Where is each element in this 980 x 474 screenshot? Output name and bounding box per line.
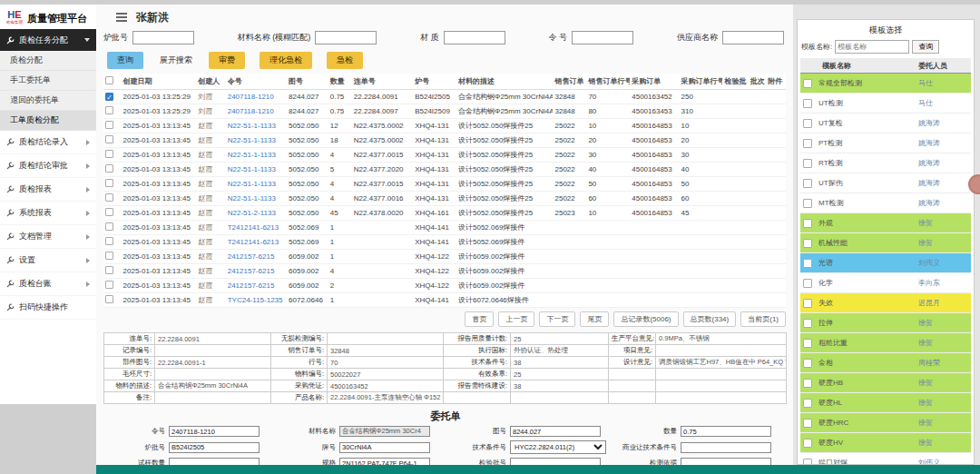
form-input[interactable] — [510, 426, 601, 437]
template-row[interactable]: 机械性能徐贺 — [800, 233, 971, 253]
toolbar-button[interactable]: 理化急检 — [260, 52, 312, 69]
checkbox[interactable] — [803, 319, 812, 328]
template-person[interactable]: 李向东 — [918, 278, 971, 288]
sidebar-item[interactable]: 系统报表 — [0, 202, 96, 225]
order-link[interactable]: T2412141-6213 — [226, 235, 287, 250]
sidebar-group-task-assign[interactable]: 质检任务分配 — [0, 29, 96, 51]
filter-input[interactable] — [572, 31, 633, 44]
sidebar-item[interactable]: 设置 — [0, 249, 96, 272]
template-row[interactable]: UT探伤姚海涛 — [800, 173, 971, 193]
template-row[interactable]: 端口对焊刘伟义 — [800, 453, 971, 465]
template-person[interactable]: 徐贺 — [918, 238, 971, 248]
template-person[interactable]: 刘伟义 — [918, 458, 971, 465]
toolbar-button[interactable]: 展开搜索 — [158, 52, 194, 69]
checkbox[interactable] — [803, 419, 812, 428]
checkbox[interactable] — [105, 281, 113, 289]
order-link[interactable]: N22-51-1-1133 — [226, 133, 287, 148]
order-link[interactable]: N22-51-1-1133 — [226, 177, 287, 192]
checkbox[interactable] — [803, 159, 812, 168]
template-row[interactable]: 硬度HL徐贺 — [800, 393, 971, 413]
checkbox[interactable] — [803, 399, 812, 408]
order-link[interactable]: 2412157-6215 — [226, 250, 287, 264]
checkbox[interactable] — [803, 179, 812, 188]
pagination-button[interactable]: 上一页 — [498, 311, 534, 327]
checkbox[interactable] — [803, 339, 812, 348]
template-person[interactable]: 刘伟义 — [918, 258, 971, 268]
checkbox[interactable] — [803, 299, 812, 308]
checkbox[interactable] — [105, 150, 113, 158]
template-person[interactable]: 周桂荣 — [918, 358, 971, 368]
checkbox[interactable] — [803, 79, 812, 88]
table-row[interactable]: 2025-01-03 13:25:29刘霞2407118-12108244.02… — [103, 104, 786, 119]
sidebar-item[interactable]: 扫码快捷操作 — [0, 296, 96, 320]
table-row[interactable]: ✓2025-01-03 13:25:29刘霞2407118-12108244.0… — [103, 90, 786, 104]
pagination-button[interactable]: 总记录数(5006) — [613, 311, 678, 327]
form-input[interactable] — [169, 442, 260, 453]
template-person[interactable]: 徐贺 — [918, 378, 971, 388]
template-person[interactable]: 马仕 — [918, 98, 971, 108]
sidebar-item[interactable]: 质检报表 — [0, 178, 96, 202]
checkbox[interactable] — [105, 237, 113, 245]
toolbar-button[interactable]: 查询 — [107, 52, 143, 69]
form-input[interactable] — [339, 458, 430, 465]
order-link[interactable]: N22-51-1-1133 — [226, 192, 287, 206]
sidebar-item[interactable]: 质检结论录入 — [0, 131, 96, 154]
table-row[interactable]: 2025-01-03 13:13:45赵霞N22-51-1-11335052.0… — [103, 177, 786, 192]
sidebar-subitem[interactable]: 质检分配 — [0, 51, 96, 71]
pagination-button[interactable]: 首页 — [465, 311, 494, 327]
template-name-input[interactable] — [835, 40, 909, 54]
table-row[interactable]: 2025-01-03 13:13:45赵霞2412157-62156059.00… — [103, 279, 786, 293]
template-row[interactable]: 硬度HV徐贺 — [800, 433, 971, 453]
template-row[interactable]: UT复检姚海涛 — [800, 114, 971, 133]
template-row[interactable]: 金相周桂荣 — [800, 353, 971, 373]
checkbox[interactable] — [803, 239, 812, 248]
toolbar-button[interactable]: 急检 — [327, 52, 363, 69]
sidebar-subitem[interactable]: 工单质检分配 — [0, 111, 96, 131]
checkbox[interactable] — [105, 179, 113, 187]
filter-input[interactable] — [444, 31, 505, 44]
order-link[interactable]: N22-51-2-1133 — [226, 206, 287, 221]
checkbox[interactable] — [803, 259, 812, 268]
filter-input[interactable] — [722, 31, 784, 44]
template-person[interactable]: 徐贺 — [918, 218, 971, 228]
table-row[interactable]: 2025-01-03 13:13:45赵霞2412157-62156059.00… — [103, 250, 786, 264]
table-row[interactable]: 2025-01-03 13:13:45赵霞N22-51-2-11335052.0… — [103, 206, 786, 221]
form-input[interactable] — [681, 458, 771, 465]
panel-search-button[interactable]: 查询 — [912, 40, 939, 54]
table-row[interactable]: 2025-01-03 13:13:45赵霞T2412141-62135052.0… — [103, 221, 786, 235]
template-row[interactable]: RT检测姚海涛 — [800, 153, 971, 173]
checkbox[interactable] — [105, 135, 113, 143]
template-row[interactable]: 硬度HRC徐贺 — [800, 413, 971, 433]
form-input[interactable] — [339, 426, 430, 437]
order-link[interactable]: T2412141-6213 — [226, 221, 287, 235]
table-row[interactable]: 2025-01-03 13:13:45赵霞TYC24-115-12356072.… — [103, 293, 786, 308]
template-person[interactable]: 姚海涛 — [918, 198, 971, 208]
template-row[interactable]: 常规全部检测马仕 — [800, 74, 971, 94]
template-person[interactable]: 姚海涛 — [918, 178, 971, 188]
checkbox-checked[interactable]: ✓ — [105, 93, 113, 101]
checkbox[interactable] — [803, 219, 812, 228]
template-person[interactable]: 徐贺 — [918, 398, 971, 408]
checkbox[interactable] — [803, 379, 812, 388]
template-person[interactable]: 徐贺 — [918, 418, 971, 428]
table-row[interactable]: 2025-01-03 13:13:45赵霞2412157-62156059.00… — [103, 264, 786, 279]
checkbox[interactable] — [803, 119, 812, 128]
table-row[interactable]: 2025-01-03 13:13:45赵霞N22-51-1-11335052.0… — [103, 192, 786, 206]
form-input[interactable] — [169, 458, 260, 465]
form-input[interactable] — [681, 426, 771, 437]
pagination-button[interactable]: 总页数(334) — [683, 311, 737, 327]
sidebar-item[interactable]: 文档管理 — [0, 225, 96, 249]
toolbar-button[interactable]: 审费 — [209, 52, 245, 69]
template-person[interactable]: 徐贺 — [918, 318, 971, 328]
form-input[interactable] — [169, 426, 260, 437]
checkbox[interactable] — [105, 106, 113, 114]
checkbox[interactable] — [105, 266, 113, 274]
template-row[interactable]: 外观徐贺 — [800, 213, 971, 233]
sidebar-item[interactable]: 质检结论审批 — [0, 154, 96, 178]
form-input[interactable] — [510, 458, 601, 465]
template-row[interactable]: 失效迟昆月 — [800, 293, 971, 313]
pagination-button[interactable]: 尾页 — [580, 311, 609, 327]
table-row[interactable]: 2025-01-03 13:13:45赵霞N22-51-1-11335052.0… — [103, 163, 786, 177]
checkbox[interactable] — [803, 439, 812, 448]
table-row[interactable]: 2025-01-03 13:13:45赵霞N22-51-1-11335052.0… — [103, 119, 786, 133]
